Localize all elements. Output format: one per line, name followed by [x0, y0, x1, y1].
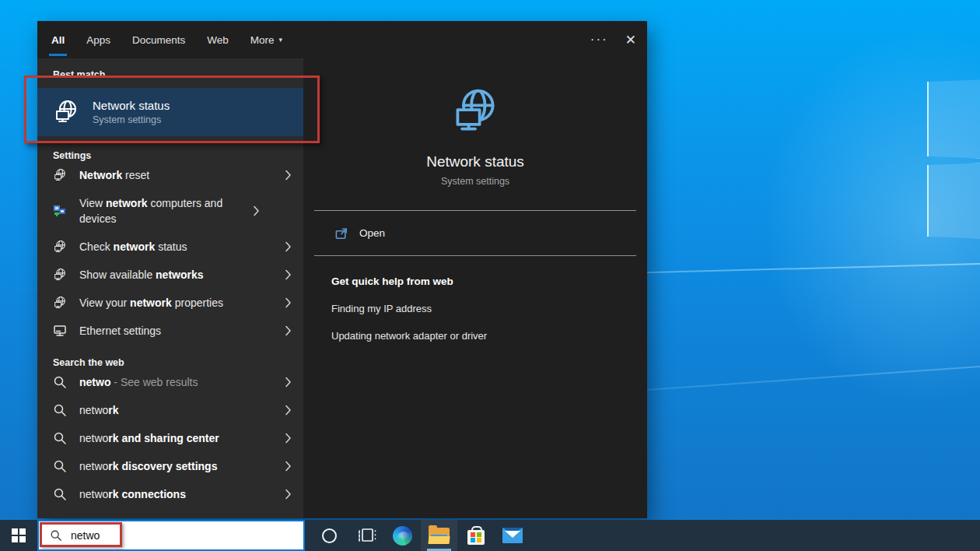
text-segment: netwo [79, 432, 108, 444]
result-label: View your network properties [79, 295, 271, 311]
result-label: Ethernet settings [79, 323, 271, 339]
chevron-right-icon [283, 241, 292, 252]
tab-label: More [250, 34, 275, 46]
cortana-icon [322, 528, 337, 543]
result-web-network-connections[interactable]: network connections [37, 480, 303, 508]
file-explorer-button[interactable] [421, 520, 457, 551]
search-icon [53, 487, 67, 501]
text-segment: Ethernet settings [79, 325, 161, 337]
desktop-screen: AllAppsDocumentsWebMore▾ ··· ✕ Best matc… [0, 0, 980, 551]
mail-icon [502, 528, 523, 543]
tab-label: Documents [132, 34, 185, 46]
network-globe-icon [53, 168, 67, 182]
text-segment: networks [156, 268, 203, 281]
result-label: network discovery settings [79, 458, 271, 474]
tab-label: All [51, 34, 65, 46]
search-icon [53, 431, 67, 445]
chevron-right-icon [283, 269, 292, 280]
text-segment: properties [172, 297, 223, 309]
result-check-network-status[interactable]: Check network status [37, 233, 303, 261]
chevron-right-icon [283, 377, 292, 388]
text-segment: Check [79, 240, 114, 253]
tab-all[interactable]: All [51, 21, 65, 58]
network-globe-icon [450, 86, 500, 136]
text-segment: rk discovery settings [108, 460, 217, 472]
result-web-netwo-see-web-results[interactable]: netwo - See web results [37, 368, 303, 396]
search-icon [53, 459, 67, 473]
result-web-network[interactable]: network [37, 396, 303, 424]
mail-button[interactable] [494, 520, 530, 551]
more-options-button[interactable]: ··· [590, 36, 608, 44]
result-network-reset[interactable]: Network reset [37, 161, 303, 189]
text-segment: netwo [79, 460, 108, 472]
network-globe-icon [53, 240, 67, 254]
taskbar [0, 520, 980, 551]
result-label: View network computers and devices [79, 195, 239, 226]
help-link[interactable]: Finding my IP address [303, 303, 647, 314]
edge-button[interactable] [384, 520, 421, 551]
preview-panel: Network status System settings Open Get … [303, 58, 647, 518]
result-view-network-computers-and-devices[interactable]: View network computers and devices [37, 189, 303, 233]
text-segment: rk connections [108, 488, 186, 500]
tab-more[interactable]: More▾ [250, 21, 282, 58]
tab-web[interactable]: Web [207, 21, 229, 58]
result-label: network [79, 402, 271, 418]
chevron-right-icon [283, 325, 292, 336]
result-label: Show available networks [79, 267, 271, 283]
active-tab-underline [49, 54, 67, 56]
preview-subtitle: System settings [303, 176, 647, 187]
microsoft-store-icon [467, 530, 485, 545]
help-link[interactable]: Updating network adapter or driver [303, 330, 647, 342]
close-icon[interactable]: ✕ [625, 32, 636, 48]
windows-logo-pane-top [927, 79, 980, 159]
result-show-available-networks[interactable]: Show available networks [37, 261, 303, 289]
chevron-right-icon [283, 433, 292, 444]
annotation-box-best-match [24, 75, 320, 143]
search-icon [53, 375, 67, 389]
text-segment: Show available [79, 268, 156, 281]
result-label: Check network status [79, 239, 271, 254]
text-segment: Network [79, 169, 122, 181]
chevron-right-icon [283, 461, 292, 472]
result-label: network and sharing center [79, 430, 271, 446]
text-segment: network [106, 197, 148, 209]
result-label: Network reset [79, 167, 271, 183]
section-label: Search the web [37, 357, 303, 368]
text-segment: rk and sharing center [108, 432, 219, 444]
cortana-button[interactable] [311, 520, 348, 551]
task-view-icon [356, 526, 376, 545]
chevron-right-icon [283, 297, 292, 308]
open-action[interactable]: Open [303, 211, 647, 255]
chevron-right-icon [283, 489, 292, 500]
network-computers-icon [53, 204, 67, 218]
text-segment: status [155, 240, 187, 253]
tab-label: Web [207, 34, 229, 46]
preview-title: Network status [303, 153, 647, 170]
store-button[interactable] [457, 520, 494, 551]
result-ethernet-settings[interactable]: Ethernet settings [37, 317, 303, 345]
result-web-network-discovery-settings[interactable]: network discovery settings [37, 452, 303, 480]
edge-icon [393, 526, 412, 546]
result-web-network-and-sharing-center[interactable]: network and sharing center [37, 424, 303, 452]
search-tab-bar: AllAppsDocumentsWebMore▾ ··· ✕ [37, 21, 647, 58]
chevron-right-icon [283, 170, 292, 181]
text-segment: - See web results [110, 376, 198, 388]
quick-help-header: Get quick help from web [303, 276, 647, 287]
text-segment: netwo [79, 404, 108, 416]
windows-logo-icon [12, 528, 26, 542]
task-view-button[interactable] [348, 520, 384, 551]
ethernet-icon [53, 324, 67, 338]
text-segment: network [130, 297, 172, 309]
open-label: Open [359, 227, 385, 239]
start-button[interactable] [0, 520, 37, 551]
chevron-right-icon [283, 405, 292, 416]
tab-apps[interactable]: Apps [86, 21, 110, 58]
windows-logo-pane-bottom [927, 163, 980, 239]
result-view-your-network-properties[interactable]: View your network properties [37, 289, 303, 317]
text-segment: rk [108, 404, 118, 416]
network-globe-icon [53, 296, 67, 310]
network-globe-icon [53, 268, 67, 282]
tab-documents[interactable]: Documents [132, 21, 185, 58]
text-segment: network [114, 240, 156, 253]
chevron-right-icon [251, 205, 261, 216]
